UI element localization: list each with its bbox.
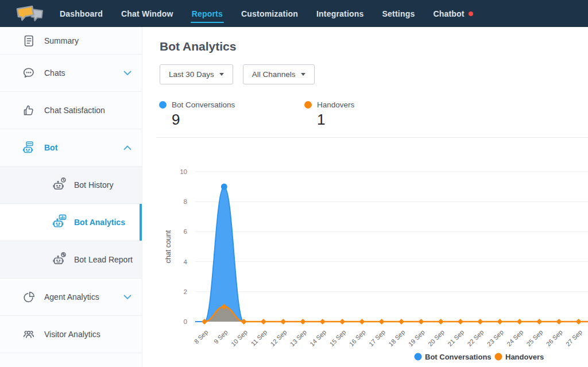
chat-bubble-icon — [22, 65, 37, 80]
stat-value: 1 — [317, 111, 450, 129]
svg-text:Bot Conversations: Bot Conversations — [425, 353, 492, 361]
sidebar-item-chats[interactable]: Chats — [0, 55, 142, 92]
sidebar-item-bot[interactable]: Bot — [0, 129, 142, 167]
sidebar-item-bot-lead-report[interactable]: Bot Lead Report — [0, 241, 142, 279]
svg-text:10 Sep: 10 Sep — [230, 329, 249, 347]
svg-text:25 Sep: 25 Sep — [525, 329, 544, 347]
svg-text:4: 4 — [184, 258, 188, 265]
svg-text:0: 0 — [184, 318, 187, 325]
top-nav: Dashboard Chat Window Reports Customizat… — [0, 0, 588, 27]
sidebar-item-label: Agent Analytics — [44, 292, 99, 302]
svg-text:13 Sep: 13 Sep — [289, 329, 308, 347]
sidebar-item-agent-analytics[interactable]: Agent Analytics — [0, 279, 142, 316]
svg-text:6: 6 — [184, 228, 187, 235]
robot-analytics-icon — [52, 214, 69, 231]
channel-value: All Channels — [252, 70, 296, 79]
sidebar-item-label: Visitor Analytics — [44, 330, 100, 339]
sidebar-item-label: Bot Analytics — [74, 218, 125, 227]
robot-lead-icon — [52, 251, 69, 268]
svg-text:18 Sep: 18 Sep — [387, 329, 406, 347]
bot-conversations-dot-icon — [159, 101, 167, 109]
sidebar-item-visitor-analytics[interactable]: Visitor Analytics — [0, 316, 142, 353]
stat-bot-conversations: Bot Conversations 9 — [159, 101, 304, 129]
nav-item-settings[interactable]: Settings — [373, 0, 424, 27]
svg-text:19 Sep: 19 Sep — [407, 329, 426, 347]
stats-row: Bot Conversations 9 Handovers 1 — [159, 101, 588, 129]
svg-text:14 Sep: 14 Sep — [308, 329, 327, 347]
nav-item-customization[interactable]: Customization — [232, 0, 307, 27]
svg-text:16 Sep: 16 Sep — [348, 329, 367, 347]
svg-text:9 Sep: 9 Sep — [212, 329, 229, 345]
sidebar-item-summary[interactable]: Summary — [0, 27, 142, 55]
chevron-down-icon — [123, 71, 131, 76]
sidebar-item-chat-satisfaction[interactable]: Chat Satisfaction — [0, 92, 142, 129]
svg-text:27 Sep: 27 Sep — [564, 329, 583, 347]
svg-text:chat count: chat count — [164, 230, 172, 263]
page-title: Bot Analytics — [160, 40, 588, 53]
sidebar-item-label: Bot Lead Report — [74, 255, 133, 264]
robot-icon — [22, 140, 37, 155]
svg-text:8 Sep: 8 Sep — [193, 329, 210, 345]
sidebar-item-bot-history[interactable]: Bot History — [0, 167, 142, 204]
nav-item-integrations[interactable]: Integrations — [307, 0, 373, 27]
svg-text:2: 2 — [184, 288, 187, 295]
svg-text:12 Sep: 12 Sep — [269, 329, 288, 347]
date-range-value: Last 30 Days — [169, 70, 214, 79]
svg-text:11 Sep: 11 Sep — [250, 329, 269, 347]
filter-bar: Last 30 Days All Channels — [160, 64, 588, 84]
stat-label: Handovers — [317, 101, 354, 109]
sidebar-item-label: Summary — [44, 36, 79, 45]
nav-menu: Dashboard Chat Window Reports Customizat… — [51, 0, 482, 27]
channel-dropdown[interactable]: All Channels — [243, 64, 315, 84]
svg-text:17 Sep: 17 Sep — [368, 329, 386, 347]
dropdown-caret-icon — [219, 73, 224, 76]
nav-item-dashboard[interactable]: Dashboard — [51, 0, 112, 27]
robot-history-icon — [52, 176, 69, 194]
svg-text:15 Sep: 15 Sep — [328, 329, 347, 347]
sidebar-item-label: Chats — [44, 68, 65, 78]
chevron-up-icon — [123, 145, 131, 150]
chevron-down-icon — [123, 295, 131, 300]
app-root: Dashboard Chat Window Reports Customizat… — [0, 0, 588, 367]
sidebar: Summary Chats Chat Satisfaction — [0, 27, 142, 367]
svg-text:8: 8 — [184, 198, 187, 205]
svg-text:24 Sep: 24 Sep — [505, 329, 524, 347]
svg-text:22 Sep: 22 Sep — [466, 329, 485, 347]
sidebar-item-label: Bot History — [74, 180, 113, 190]
nav-item-reports[interactable]: Reports — [183, 0, 232, 27]
sidebar-item-label: Bot — [44, 143, 57, 152]
section-divider — [156, 137, 588, 138]
dropdown-caret-icon — [301, 73, 305, 76]
bot-analytics-chart: 0246810chat count8 Sep9 Sep10 Sep11 Sep1… — [161, 144, 588, 367]
main-content: Bot Analytics Last 30 Days All Channels … — [142, 27, 588, 367]
svg-text:20 Sep: 20 Sep — [427, 329, 446, 347]
notification-dot-icon — [469, 11, 473, 16]
document-icon — [22, 33, 37, 48]
thumbs-up-icon — [22, 103, 37, 118]
stat-handovers: Handovers 1 — [304, 101, 450, 129]
date-range-dropdown[interactable]: Last 30 Days — [160, 64, 233, 84]
people-icon — [22, 327, 37, 342]
svg-text:10: 10 — [180, 168, 187, 175]
sidebar-item-bot-analytics[interactable]: Bot Analytics — [0, 204, 142, 241]
svg-text:23 Sep: 23 Sep — [486, 329, 505, 347]
pie-chart-icon — [22, 289, 37, 304]
svg-text:Handovers: Handovers — [505, 353, 544, 361]
svg-text:21 Sep: 21 Sep — [446, 329, 465, 347]
sidebar-item-label: Chat Satisfaction — [44, 106, 105, 115]
nav-item-chat-window[interactable]: Chat Window — [112, 0, 183, 27]
app-logo-icon[interactable] — [15, 4, 46, 24]
nav-item-chatbot[interactable]: Chatbot — [424, 0, 482, 27]
stat-label: Bot Conversations — [172, 101, 235, 109]
svg-text:26 Sep: 26 Sep — [545, 329, 564, 347]
handovers-dot-icon — [304, 101, 312, 109]
stat-value: 9 — [172, 111, 304, 129]
